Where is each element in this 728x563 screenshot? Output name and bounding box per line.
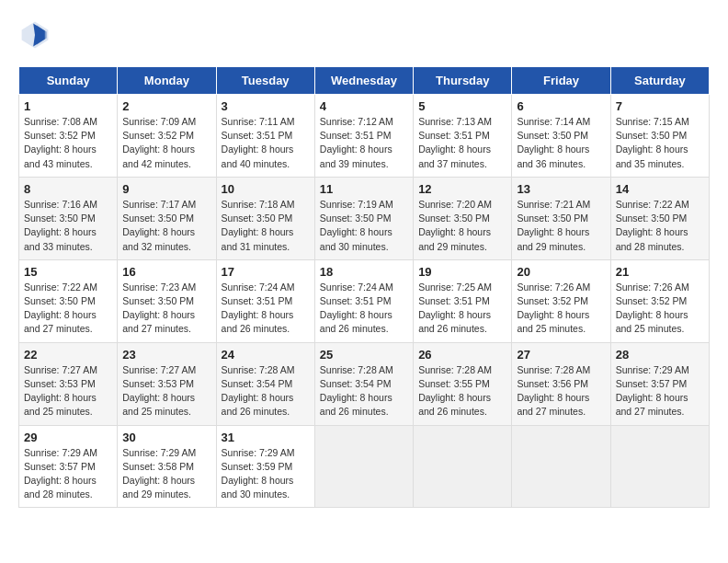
day-number: 15 — [24, 265, 112, 279]
calendar-week-4: 22Sunrise: 7:27 AM Sunset: 3:53 PM Dayli… — [19, 342, 710, 425]
day-number: 12 — [418, 182, 506, 196]
calendar-body: 1Sunrise: 7:08 AM Sunset: 3:52 PM Daylig… — [19, 95, 710, 508]
day-number: 27 — [517, 348, 605, 362]
day-number: 4 — [320, 99, 408, 113]
day-number: 23 — [122, 348, 210, 362]
weekday-header-monday: Monday — [118, 67, 216, 95]
day-number: 7 — [616, 99, 704, 113]
day-number: 14 — [616, 182, 704, 196]
day-info: Sunrise: 7:21 AM Sunset: 3:50 PM Dayligh… — [517, 198, 605, 254]
day-number: 31 — [222, 431, 310, 444]
calendar-cell: 6Sunrise: 7:14 AM Sunset: 3:50 PM Daylig… — [512, 95, 610, 178]
calendar-cell: 27Sunrise: 7:28 AM Sunset: 3:56 PM Dayli… — [512, 342, 610, 425]
day-info: Sunrise: 7:29 AM Sunset: 3:59 PM Dayligh… — [222, 446, 310, 502]
day-info: Sunrise: 7:29 AM Sunset: 3:57 PM Dayligh… — [24, 446, 112, 502]
day-number: 9 — [122, 182, 210, 196]
weekday-header-thursday: Thursday — [414, 67, 512, 95]
weekday-header-sunday: Sunday — [19, 67, 118, 95]
day-info: Sunrise: 7:28 AM Sunset: 3:55 PM Dayligh… — [418, 363, 506, 419]
calendar-cell — [314, 425, 413, 508]
day-number: 11 — [320, 182, 408, 196]
weekday-header-friday: Friday — [512, 67, 610, 95]
day-info: Sunrise: 7:28 AM Sunset: 3:56 PM Dayligh… — [517, 363, 605, 419]
weekday-header-wednesday: Wednesday — [314, 67, 413, 95]
day-number: 29 — [24, 431, 112, 444]
day-info: Sunrise: 7:26 AM Sunset: 3:52 PM Dayligh… — [517, 281, 605, 337]
day-info: Sunrise: 7:23 AM Sunset: 3:50 PM Dayligh… — [122, 281, 210, 337]
day-number: 6 — [517, 99, 605, 113]
calendar-cell: 14Sunrise: 7:22 AM Sunset: 3:50 PM Dayli… — [610, 177, 709, 259]
calendar-cell: 16Sunrise: 7:23 AM Sunset: 3:50 PM Dayli… — [118, 259, 216, 342]
calendar-cell: 26Sunrise: 7:28 AM Sunset: 3:55 PM Dayli… — [414, 342, 512, 425]
calendar-cell — [414, 425, 512, 508]
calendar-cell: 20Sunrise: 7:26 AM Sunset: 3:52 PM Dayli… — [512, 259, 610, 342]
calendar-header: SundayMondayTuesdayWednesdayThursdayFrid… — [19, 67, 710, 95]
day-number: 18 — [320, 265, 408, 279]
day-info: Sunrise: 7:22 AM Sunset: 3:50 PM Dayligh… — [616, 198, 704, 254]
day-info: Sunrise: 7:11 AM Sunset: 3:51 PM Dayligh… — [222, 115, 310, 171]
calendar-week-5: 29Sunrise: 7:29 AM Sunset: 3:57 PM Dayli… — [19, 425, 710, 508]
day-info: Sunrise: 7:08 AM Sunset: 3:52 PM Dayligh… — [24, 115, 112, 171]
calendar-week-1: 1Sunrise: 7:08 AM Sunset: 3:52 PM Daylig… — [19, 95, 710, 178]
calendar-cell: 18Sunrise: 7:24 AM Sunset: 3:51 PM Dayli… — [314, 259, 413, 342]
calendar-cell — [610, 425, 709, 508]
calendar-cell: 12Sunrise: 7:20 AM Sunset: 3:50 PM Dayli… — [414, 177, 512, 259]
day-info: Sunrise: 7:14 AM Sunset: 3:50 PM Dayligh… — [517, 115, 605, 171]
calendar-cell: 5Sunrise: 7:13 AM Sunset: 3:51 PM Daylig… — [414, 95, 512, 178]
calendar-cell: 21Sunrise: 7:26 AM Sunset: 3:52 PM Dayli… — [610, 259, 709, 342]
calendar-cell: 7Sunrise: 7:15 AM Sunset: 3:50 PM Daylig… — [610, 95, 709, 178]
day-info: Sunrise: 7:24 AM Sunset: 3:51 PM Dayligh… — [320, 281, 408, 337]
day-info: Sunrise: 7:27 AM Sunset: 3:53 PM Dayligh… — [24, 363, 112, 419]
calendar-cell: 29Sunrise: 7:29 AM Sunset: 3:57 PM Dayli… — [19, 425, 118, 508]
calendar-cell: 24Sunrise: 7:28 AM Sunset: 3:54 PM Dayli… — [216, 342, 314, 425]
calendar-cell: 8Sunrise: 7:16 AM Sunset: 3:50 PM Daylig… — [19, 177, 118, 259]
calendar-cell: 4Sunrise: 7:12 AM Sunset: 3:51 PM Daylig… — [314, 95, 413, 178]
day-info: Sunrise: 7:20 AM Sunset: 3:50 PM Dayligh… — [418, 198, 506, 254]
calendar-cell: 15Sunrise: 7:22 AM Sunset: 3:50 PM Dayli… — [19, 259, 118, 342]
calendar-cell: 31Sunrise: 7:29 AM Sunset: 3:59 PM Dayli… — [216, 425, 314, 508]
day-info: Sunrise: 7:09 AM Sunset: 3:52 PM Dayligh… — [122, 115, 210, 171]
day-number: 28 — [616, 348, 704, 362]
day-info: Sunrise: 7:12 AM Sunset: 3:51 PM Dayligh… — [320, 115, 408, 171]
day-info: Sunrise: 7:27 AM Sunset: 3:53 PM Dayligh… — [122, 363, 210, 419]
day-number: 19 — [418, 265, 506, 279]
day-number: 22 — [24, 348, 112, 362]
calendar-cell: 1Sunrise: 7:08 AM Sunset: 3:52 PM Daylig… — [19, 95, 118, 178]
day-number: 24 — [222, 348, 310, 362]
weekday-header-row: SundayMondayTuesdayWednesdayThursdayFrid… — [19, 67, 710, 95]
day-number: 30 — [122, 431, 210, 444]
calendar-cell: 2Sunrise: 7:09 AM Sunset: 3:52 PM Daylig… — [118, 95, 216, 178]
day-number: 26 — [418, 348, 506, 362]
day-number: 21 — [616, 265, 704, 279]
calendar-table: SundayMondayTuesdayWednesdayThursdayFrid… — [18, 66, 710, 508]
day-info: Sunrise: 7:25 AM Sunset: 3:51 PM Dayligh… — [418, 281, 506, 337]
weekday-header-tuesday: Tuesday — [216, 67, 314, 95]
day-info: Sunrise: 7:19 AM Sunset: 3:50 PM Dayligh… — [320, 198, 408, 254]
day-number: 25 — [320, 348, 408, 362]
day-number: 17 — [222, 265, 310, 279]
day-info: Sunrise: 7:24 AM Sunset: 3:51 PM Dayligh… — [222, 281, 310, 337]
day-info: Sunrise: 7:16 AM Sunset: 3:50 PM Dayligh… — [24, 198, 112, 254]
day-info: Sunrise: 7:28 AM Sunset: 3:54 PM Dayligh… — [320, 363, 408, 419]
calendar-cell: 22Sunrise: 7:27 AM Sunset: 3:53 PM Dayli… — [19, 342, 118, 425]
day-info: Sunrise: 7:29 AM Sunset: 3:57 PM Dayligh… — [616, 363, 704, 419]
day-info: Sunrise: 7:17 AM Sunset: 3:50 PM Dayligh… — [122, 198, 210, 254]
day-info: Sunrise: 7:18 AM Sunset: 3:50 PM Dayligh… — [222, 198, 310, 254]
calendar-cell: 17Sunrise: 7:24 AM Sunset: 3:51 PM Dayli… — [216, 259, 314, 342]
day-info: Sunrise: 7:28 AM Sunset: 3:54 PM Dayligh… — [222, 363, 310, 419]
day-number: 2 — [122, 99, 210, 113]
calendar-cell: 3Sunrise: 7:11 AM Sunset: 3:51 PM Daylig… — [216, 95, 314, 178]
calendar-cell: 30Sunrise: 7:29 AM Sunset: 3:58 PM Dayli… — [118, 425, 216, 508]
day-number: 20 — [517, 265, 605, 279]
calendar-cell: 19Sunrise: 7:25 AM Sunset: 3:51 PM Dayli… — [414, 259, 512, 342]
calendar-cell: 10Sunrise: 7:18 AM Sunset: 3:50 PM Dayli… — [216, 177, 314, 259]
page-header — [18, 18, 710, 52]
logo-icon — [18, 18, 51, 52]
calendar-cell: 23Sunrise: 7:27 AM Sunset: 3:53 PM Dayli… — [118, 342, 216, 425]
day-info: Sunrise: 7:22 AM Sunset: 3:50 PM Dayligh… — [24, 281, 112, 337]
calendar-week-2: 8Sunrise: 7:16 AM Sunset: 3:50 PM Daylig… — [19, 177, 710, 259]
day-number: 8 — [24, 182, 112, 196]
calendar-cell: 13Sunrise: 7:21 AM Sunset: 3:50 PM Dayli… — [512, 177, 610, 259]
day-number: 3 — [222, 99, 310, 113]
day-number: 10 — [222, 182, 310, 196]
